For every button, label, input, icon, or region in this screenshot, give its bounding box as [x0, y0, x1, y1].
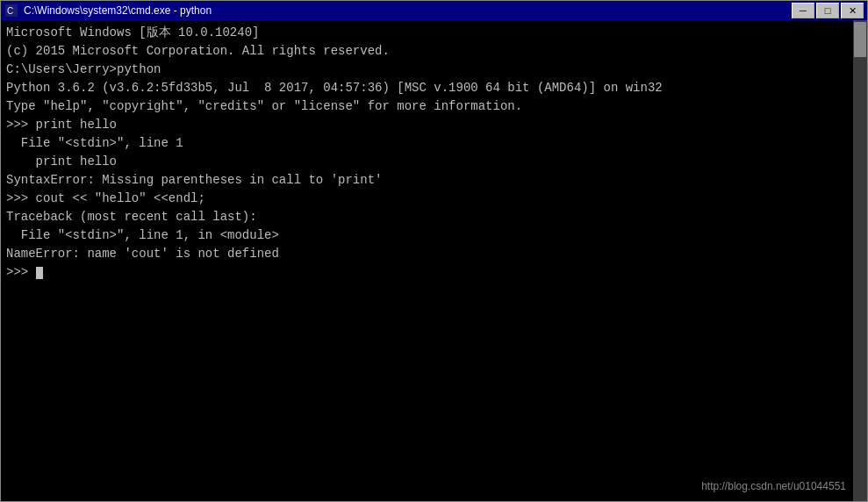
terminal-line: print hello: [6, 153, 862, 171]
titlebar: C C:\Windows\system32\cmd.exe - python ─…: [1, 1, 867, 20]
terminal-line: C:\Users\Jerry>python: [6, 61, 862, 79]
terminal-line: Microsoft Windows [版本 10.0.10240]: [6, 24, 862, 42]
terminal-line: NameError: name 'cout' is not defined: [6, 245, 862, 263]
titlebar-buttons: ─ □ ✕: [792, 3, 864, 18]
scrollbar[interactable]: [853, 20, 867, 501]
window-title: C:\Windows\system32\cmd.exe - python: [24, 4, 212, 17]
cursor: [36, 267, 43, 279]
terminal-line: File "<stdin>", line 1, in <module>: [6, 226, 862, 245]
titlebar-left: C C:\Windows\system32\cmd.exe - python: [4, 4, 212, 18]
minimize-button[interactable]: ─: [792, 3, 814, 18]
watermark: http://blog.csdn.net/u01044551: [701, 478, 846, 494]
svg-text:C: C: [7, 6, 13, 16]
terminal-body[interactable]: Microsoft Windows [版本 10.0.10240](c) 201…: [1, 20, 867, 501]
terminal-line: Type "help", "copyright", "credits" or "…: [6, 97, 862, 116]
terminal-line: File "<stdin>", line 1: [6, 134, 862, 153]
terminal-content: Microsoft Windows [版本 10.0.10240](c) 201…: [6, 24, 862, 282]
cmd-icon: C: [4, 4, 18, 18]
terminal-line: SyntaxError: Missing parentheses in call…: [6, 171, 862, 190]
scrollbar-thumb[interactable]: [854, 22, 866, 57]
terminal-line: >>>: [6, 263, 862, 282]
terminal-line: >>> print hello: [6, 116, 862, 134]
terminal-line: (c) 2015 Microsoft Corporation. All righ…: [6, 42, 862, 61]
terminal-line: Traceback (most recent call last):: [6, 208, 862, 226]
close-button[interactable]: ✕: [841, 3, 864, 18]
maximize-button[interactable]: □: [816, 3, 839, 18]
cmd-window: C C:\Windows\system32\cmd.exe - python ─…: [0, 0, 868, 502]
terminal-line: >>> cout << "hello" <<endl;: [6, 190, 862, 208]
terminal-line: Python 3.6.2 (v3.6.2:5fd33b5, Jul 8 2017…: [6, 79, 862, 97]
